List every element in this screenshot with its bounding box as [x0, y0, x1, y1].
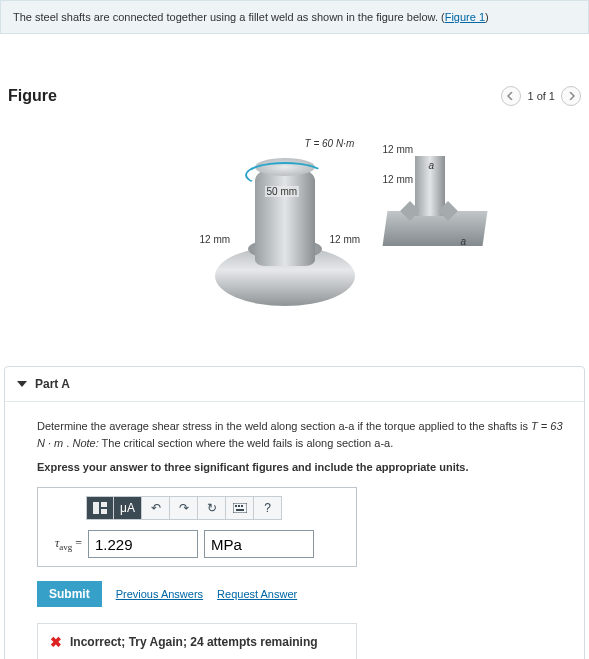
- previous-answers-link[interactable]: Previous Answers: [116, 588, 203, 600]
- reset-button[interactable]: ↻: [198, 496, 226, 520]
- torque-arrow-icon: [245, 162, 325, 188]
- request-answer-link[interactable]: Request Answer: [217, 588, 297, 600]
- incorrect-icon: ✖: [50, 634, 62, 650]
- undo-button[interactable]: ↶: [142, 496, 170, 520]
- feedback-box: ✖ Incorrect; Try Again; 24 attempts rema…: [37, 623, 357, 659]
- pager-text: 1 of 1: [527, 90, 555, 102]
- help-button[interactable]: ?: [254, 496, 282, 520]
- figure-heading: Figure: [8, 87, 57, 105]
- question-prompt: Determine the average shear stress in th…: [37, 418, 566, 451]
- feedback-text: Incorrect; Try Again; 24 attempts remain…: [70, 635, 318, 649]
- figure-link[interactable]: Figure 1: [445, 11, 485, 23]
- label-section-a-bottom: a: [461, 236, 467, 247]
- figure-diagram: T = 60 N·m 50 mm 12 mm 12 mm 12 mm 12 mm…: [105, 126, 485, 326]
- svg-rect-3: [233, 503, 247, 513]
- svg-rect-2: [101, 509, 107, 514]
- svg-rect-6: [241, 505, 243, 507]
- svg-rect-5: [238, 505, 240, 507]
- part-header[interactable]: Part A: [5, 367, 584, 402]
- label-section-a-top: a: [429, 160, 435, 171]
- label-diameter: 50 mm: [265, 186, 300, 197]
- part-title: Part A: [35, 377, 70, 391]
- detail-base: [382, 211, 487, 246]
- answer-toolbar: μA ↶ ↷ ↻ ?: [86, 496, 348, 520]
- note-text: The critical section where the weld fail…: [102, 437, 394, 449]
- actions-row: Submit Previous Answers Request Answer: [37, 581, 566, 607]
- svg-rect-0: [93, 502, 99, 514]
- detail-view: [385, 156, 485, 246]
- answer-box: μA ↶ ↷ ↻ ? τavg =: [37, 487, 357, 567]
- label-torque: T = 60 N·m: [305, 138, 355, 149]
- prompt-text: Determine the average shear stress in th…: [37, 420, 531, 432]
- units-button[interactable]: μA: [114, 496, 142, 520]
- keyboard-button[interactable]: [226, 496, 254, 520]
- pager-next-button[interactable]: [561, 86, 581, 106]
- pager-prev-button[interactable]: [501, 86, 521, 106]
- note-label: Note:: [72, 437, 98, 449]
- variable-label: τavg =: [46, 536, 82, 552]
- label-detail-mid: 12 mm: [383, 174, 414, 185]
- chevron-right-icon: [567, 92, 575, 100]
- intro-text-before: The steel shafts are connected together …: [13, 11, 445, 23]
- label-leg-left: 12 mm: [200, 234, 231, 245]
- redo-button[interactable]: ↷: [170, 496, 198, 520]
- value-input[interactable]: [88, 530, 198, 558]
- svg-rect-7: [236, 509, 244, 511]
- keyboard-icon: [233, 503, 247, 513]
- label-leg-bottom: 12 mm: [330, 234, 361, 245]
- label-detail-top: 12 mm: [383, 144, 414, 155]
- caret-down-icon: [17, 381, 27, 387]
- svg-rect-1: [101, 502, 107, 507]
- chevron-left-icon: [507, 92, 515, 100]
- intro-text-after: ): [485, 11, 489, 23]
- figure-pager: 1 of 1: [501, 86, 581, 106]
- figure-section: Figure 1 of 1 T = 60 N·m 50 mm 12 mm 12 …: [0, 74, 589, 326]
- template-button[interactable]: [86, 496, 114, 520]
- problem-intro: The steel shafts are connected together …: [0, 0, 589, 34]
- svg-rect-4: [235, 505, 237, 507]
- answer-instruction: Express your answer to three significant…: [37, 461, 566, 473]
- template-icon: [93, 502, 107, 514]
- submit-button[interactable]: Submit: [37, 581, 102, 607]
- part-a-panel: Part A Determine the average shear stres…: [4, 366, 585, 659]
- unit-input[interactable]: [204, 530, 314, 558]
